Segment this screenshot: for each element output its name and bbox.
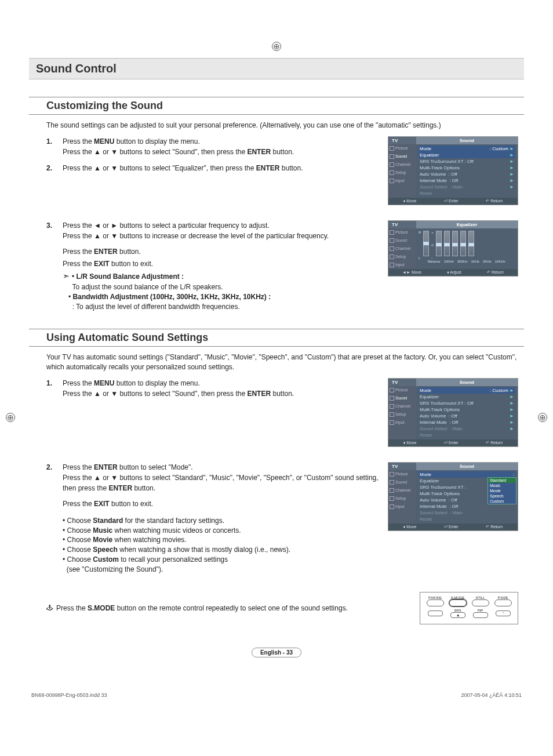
step-3: 3. Press the ◄ or ► buttons to select a …	[46, 220, 380, 241]
step-number: 1.	[46, 136, 56, 157]
menu-row-autovolume: Auto Volume : Off►	[419, 413, 515, 419]
sidebar-item-channel: Channel	[388, 486, 416, 495]
tv-sidebar: Picture Sound Channel Setup Input	[388, 144, 416, 198]
sidebar-item-picture: Picture	[388, 386, 416, 394]
menu-title: Sound	[416, 137, 518, 144]
doc-filename: BN68-00998P-Eng-0503.indd 33	[31, 692, 107, 698]
tv-main-panel: Mode: Custom ► Equalizer► SRS TruSurroun…	[416, 144, 518, 198]
registration-mark-icon	[538, 413, 547, 422]
sidebar-item-sound: Sound	[388, 478, 416, 486]
sidebar-item-setup: Setup	[388, 253, 416, 261]
footer-move: ◄► Move	[402, 270, 421, 275]
sidebar-item-setup: Setup	[388, 495, 416, 503]
eq-bar-10khz	[468, 231, 474, 256]
menu-title: Sound	[416, 379, 518, 386]
dropdown-option-movie: Movie	[488, 488, 516, 493]
menu-row-equalizer: Equalizer►	[419, 394, 515, 400]
tv-footer: ◄► Move ♦ Adjust ↶ Return	[388, 269, 518, 276]
note-block: ➣• L/R Sound Balance Adjustment : To adj…	[63, 271, 380, 311]
setup-icon	[390, 496, 394, 501]
sidebar-item-sound: Sound	[388, 394, 416, 402]
remote-btn-smode	[449, 599, 467, 606]
menu-title: Equalizer	[416, 221, 518, 228]
menu-row-reset: Reset	[419, 516, 515, 522]
input-icon	[390, 504, 394, 509]
tv-footer: ♦ Move ⏎ Enter ↶ Return	[388, 524, 518, 530]
dropdown-option-custom: Custom	[488, 499, 516, 504]
step-text: Press the MENU button to display the men…	[63, 378, 380, 399]
doc-timestamp: 2007-05-04 ¿ÀÈÄ 4:10:51	[461, 692, 522, 698]
page-label: English - 33	[252, 648, 301, 657]
tv-label: TV	[388, 137, 416, 144]
sound-icon	[390, 480, 394, 485]
menu-row-mode: Mode: Custom ►	[419, 387, 515, 394]
tv-footer: ♦ Move ⏎ Enter ↶ Return	[388, 198, 518, 205]
footer-return: ↶ Return	[486, 525, 503, 529]
remote-control-illustration: P.MODE S.MODE STILL P.SIZE SRS◉ PIP ⌃	[420, 592, 518, 624]
remote-btn-srs: ◉	[450, 612, 465, 618]
footer-enter: ⏎ Enter	[444, 199, 459, 203]
menu-row-srs: SRS TruSurround XT : Off►	[419, 158, 515, 165]
menu-row-soundselect: Sound Select : Main►	[419, 426, 515, 432]
footer-return: ↶ Return	[486, 199, 503, 203]
remote-btn-pip	[473, 612, 488, 618]
registration-mark-icon	[6, 413, 15, 422]
tv-main-panel: Mode: Equalizer SRS TruSurround XT : Mul…	[416, 470, 518, 524]
picture-icon	[390, 472, 394, 477]
menu-row-mode: Mode: Custom ►	[419, 146, 515, 152]
menu-row-srs: SRS TruSurround XT : Off►	[419, 400, 515, 406]
dropdown-option-standard: Standard	[488, 478, 516, 483]
menu-row-internalmute: Internal Mute : Off►	[419, 419, 515, 426]
channel-icon	[390, 246, 394, 251]
tv-menu-equalizer: TV Equalizer Picture Sound Channel Setup…	[388, 220, 518, 277]
step-text: Press the MENU button to display the men…	[63, 136, 380, 157]
step-1: 1. Press the MENU button to display the …	[46, 378, 380, 399]
sidebar-item-input: Input	[388, 419, 416, 427]
menu-row-equalizer: Equalizer►	[419, 152, 515, 158]
page-number-footer: English - 33	[29, 648, 524, 657]
step-1: 1. Press the MENU button to display the …	[46, 136, 380, 157]
mode-dropdown: Standard Music Movie Speech Custom	[487, 477, 516, 504]
setup-icon	[390, 412, 394, 417]
input-icon	[390, 420, 394, 425]
tv-label: TV	[388, 221, 416, 228]
tv-sidebar: Picture Sound Channel Setup Input	[388, 470, 416, 524]
step-text: Press the ENTER button to select "Mode".…	[63, 462, 380, 493]
footer-return: ↶ Return	[487, 270, 504, 275]
footer-move: ♦ Move	[403, 199, 417, 203]
menu-row-reset: Reset	[419, 190, 515, 197]
subsection-title: Customizing the Sound	[46, 100, 524, 112]
menu-title: Sound	[416, 463, 518, 470]
menu-row-internalmute: Internal Mute : Off►	[419, 177, 515, 184]
step-number: 2.	[46, 462, 56, 493]
sidebar-item-picture: Picture	[388, 144, 416, 152]
remote-btn-psize	[494, 599, 512, 606]
tv-sidebar: Picture Sound Channel Setup Input	[388, 386, 416, 439]
sidebar-item-picture: Picture	[388, 470, 416, 478]
eq-bar-300hz	[444, 231, 450, 256]
eq-labels: Balance 100Hz300Hz1KHz3KHz10KHz	[419, 260, 515, 263]
tv-menu-sound: TV Sound Picture Sound Channel Setup Inp…	[388, 136, 518, 205]
tv-menu-sound: TV Sound Picture Sound Channel Setup Inp…	[388, 378, 518, 447]
sound-icon	[390, 396, 394, 401]
sidebar-item-picture: Picture	[388, 228, 416, 237]
sound-icon	[390, 238, 394, 243]
tv-label: TV	[388, 379, 416, 386]
setup-icon	[390, 170, 394, 175]
sidebar-item-input: Input	[388, 503, 416, 511]
intro-text: Your TV has automatic sound settings ("S…	[46, 352, 518, 372]
eq-bar-1khz	[452, 231, 458, 256]
channel-icon	[390, 488, 394, 493]
document-footer: BN68-00998P-Eng-0503.indd 33 2007-05-04 …	[29, 692, 524, 698]
step-subtext: Press the EXIT button to exit.	[63, 259, 380, 269]
menu-row-mto: Multi-Track Options►	[419, 165, 515, 171]
footer-enter: ⏎ Enter	[444, 525, 459, 529]
eq-bar-balance	[423, 231, 429, 256]
sidebar-item-sound: Sound	[388, 237, 416, 245]
tv-label: TV	[388, 463, 416, 470]
subsection-header-customizing: Customizing the Sound	[29, 97, 524, 115]
tv-menu-sound-mode-dropdown: TV Sound Picture Sound Channel Setup Inp…	[388, 462, 518, 531]
intro-text: The sound settings can be adjusted to su…	[46, 121, 518, 130]
menu-row-soundselect: Sound Select : Main	[419, 510, 515, 516]
remote-btn-generic: ⌃	[496, 610, 511, 616]
